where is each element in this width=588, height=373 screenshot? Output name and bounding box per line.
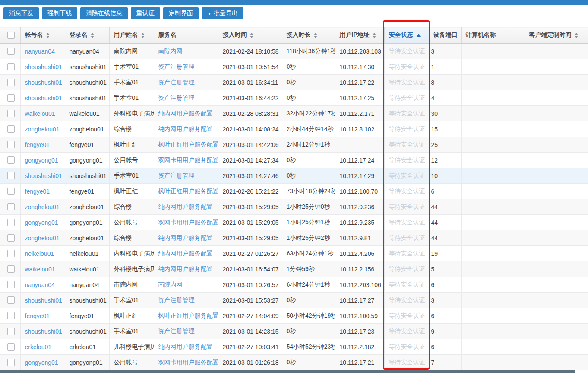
row-checkbox[interactable] [7, 265, 15, 273]
service-name-link[interactable]: 双网卡用用户服务配置 [154, 355, 218, 370]
account-name-link[interactable]: neikelou01 [20, 246, 65, 261]
service-name-link[interactable]: 纯内网用户服务配置 [154, 121, 218, 137]
row-checkbox[interactable] [7, 359, 15, 366]
table-row[interactable]: nanyuan04nanyuan04南院内网南院内网2021-03-01 10:… [0, 277, 588, 293]
service-name-link[interactable]: 枫叶正红用户服务配置 [154, 137, 218, 153]
select-all-header[interactable] [0, 27, 20, 44]
account-name-link[interactable]: nanyuan04 [20, 277, 65, 293]
service-name-link[interactable]: 南院内网 [154, 277, 218, 293]
account-name-link[interactable]: gongyong01 [20, 215, 65, 230]
toolbar-button-6[interactable]: ▼批量导出 [202, 7, 243, 19]
table-row[interactable]: nanyuan04nanyuan04南院内网南院内网2021-02-24 18:… [0, 44, 588, 59]
toolbar-button-2[interactable]: 强制下线 [42, 7, 77, 19]
toolbar-button-3[interactable]: 清除在线信息 [80, 7, 128, 19]
table-row[interactable]: shoushushi01shoushushi01手术室01资产注册管理2021-… [0, 324, 588, 339]
table-row[interactable]: fengye01fengye01枫叶正红枫叶正红用户服务配置2021-02-26… [0, 184, 588, 199]
account-name-link[interactable]: gongyong01 [20, 355, 65, 370]
service-name-link[interactable]: 纯内网用户服务配置 [154, 339, 218, 355]
row-checkbox[interactable] [7, 234, 15, 242]
service-name-link[interactable]: 枫叶正红用户服务配置 [154, 308, 218, 324]
account-name-link[interactable]: shoushushi01 [20, 90, 65, 106]
table-row[interactable]: zonghelou01zonghelou01综合楼纯内网用户服务配置2021-0… [0, 121, 588, 137]
row-checkbox[interactable] [7, 312, 15, 319]
table-row[interactable]: gongyong01gongyong01公用帐号双网卡用用户服务配置2021-0… [0, 355, 588, 370]
account-name-link[interactable]: shoushushi01 [20, 324, 65, 339]
table-row[interactable]: zonghelou01zonghelou01综合楼纯内网用户服务配置2021-0… [0, 230, 588, 246]
toolbar-button-1[interactable]: 消息下发 [3, 7, 39, 19]
table-row[interactable]: gongyong01gongyong01公用帐号双网卡用用户服务配置2021-0… [0, 215, 588, 230]
account-name-link[interactable]: zonghelou01 [20, 121, 65, 137]
service-name-link[interactable]: 资产注册管理 [154, 293, 218, 308]
table-row[interactable]: shoushushi01shoushushi01手术室01资产注册管理2021-… [0, 75, 588, 90]
table-row[interactable]: shoushushi01shoushushi01手术室01资产注册管理2021-… [0, 293, 588, 308]
account-name-link[interactable]: shoushushi01 [20, 168, 65, 184]
table-row[interactable]: waikelou01waikelou01外科楼电子病历纯内网用户服务配置2021… [0, 261, 588, 277]
service-name-link[interactable]: 资产注册管理 [154, 75, 218, 90]
row-checkbox[interactable] [7, 219, 15, 226]
account-name-link[interactable]: waikelou01 [20, 261, 65, 277]
row-checkbox[interactable] [7, 250, 15, 257]
service-name-link[interactable]: 纯内网用户服务配置 [154, 246, 218, 261]
service-name-link[interactable]: 纯内网用户服务配置 [154, 199, 218, 215]
table-row[interactable]: fengye01fengye01枫叶正红枫叶正红用户服务配置2021-03-01… [0, 137, 588, 153]
row-checkbox[interactable] [7, 172, 15, 179]
column-header-duration[interactable]: 接入时长 [282, 27, 335, 44]
account-name-link[interactable]: shoushushi01 [20, 75, 65, 90]
column-header-login[interactable]: 登录名 [65, 27, 109, 44]
row-checkbox[interactable] [7, 110, 15, 117]
service-name-link[interactable]: 南院内网 [154, 44, 218, 59]
column-header-account[interactable]: 帐号名 [20, 27, 65, 44]
account-name-link[interactable]: shoushushi01 [20, 293, 65, 308]
account-name-link[interactable]: fengye01 [20, 184, 65, 199]
row-checkbox[interactable] [7, 125, 15, 133]
table-row[interactable]: shoushushi01shoushushi01手术室01资产注册管理2021-… [0, 90, 588, 106]
account-name-link[interactable]: fengye01 [20, 308, 65, 324]
account-name-link[interactable]: fengye01 [20, 137, 65, 153]
row-checkbox[interactable] [7, 281, 15, 288]
account-name-link[interactable]: zonghelou01 [20, 230, 65, 246]
service-name-link[interactable]: 资产注册管理 [154, 324, 218, 339]
row-checkbox[interactable] [7, 296, 15, 304]
service-name-link[interactable]: 枫叶正红用户服务配置 [154, 184, 218, 199]
row-checkbox[interactable] [7, 48, 15, 55]
row-checkbox[interactable] [7, 343, 15, 351]
toolbar-button-5[interactable]: 定制界面 [163, 7, 199, 19]
service-name-link[interactable]: 资产注册管理 [154, 59, 218, 75]
horizontal-scrollbar-thumb[interactable] [0, 370, 575, 373]
service-name-link[interactable]: 纯内网用户服务配置 [154, 106, 218, 121]
service-name-link[interactable]: 双网卡用用户服务配置 [154, 153, 218, 168]
service-name-link[interactable]: 双网卡用用户服务配置 [154, 215, 218, 230]
service-name-link[interactable]: 资产注册管理 [154, 90, 218, 106]
table-row[interactable]: waikelou01waikelou01外科楼电子病历纯内网用户服务配置2021… [0, 106, 588, 121]
account-name-link[interactable]: gongyong01 [20, 153, 65, 168]
account-name-link[interactable]: nanyuan04 [20, 44, 65, 59]
table-row[interactable]: neikelou01neikelou01内科楼电子病历纯内网用户服务配置2021… [0, 246, 588, 261]
select-all-checkbox[interactable] [7, 32, 15, 39]
service-name-link[interactable]: 纯内网用户服务配置 [154, 230, 218, 246]
account-name-link[interactable]: zonghelou01 [20, 199, 65, 215]
column-header-ip[interactable]: 用户IP地址 [335, 27, 384, 44]
row-checkbox[interactable] [7, 328, 15, 335]
table-row[interactable]: zonghelou01zonghelou01综合楼纯内网用户服务配置2021-0… [0, 199, 588, 215]
row-checkbox[interactable] [7, 63, 15, 70]
table-row[interactable]: shoushushi01shoushushi01手术室01资产注册管理2021-… [0, 59, 588, 75]
service-name-link[interactable]: 纯内网用户服务配置 [154, 261, 218, 277]
row-checkbox[interactable] [7, 141, 15, 148]
table-row[interactable]: fengye01fengye01枫叶正红枫叶正红用户服务配置2021-02-27… [0, 308, 588, 324]
row-checkbox[interactable] [7, 156, 15, 164]
column-header-port[interactable]: 设备端口 [429, 27, 461, 44]
row-checkbox[interactable] [7, 188, 15, 195]
account-name-link[interactable]: waikelou01 [20, 106, 65, 121]
column-header-security[interactable]: 安全状态 [384, 27, 429, 44]
table-row[interactable]: gongyong01gongyong01公用帐号双网卡用用户服务配置2021-0… [0, 153, 588, 168]
account-name-link[interactable]: erkelou01 [20, 339, 65, 355]
table-row[interactable]: erkelou01erkelou01儿科楼电子病历纯内网用户服务配置2021-0… [0, 339, 588, 355]
row-checkbox[interactable] [7, 94, 15, 102]
column-header-access_time[interactable]: 接入时间 [218, 27, 282, 44]
column-header-username[interactable]: 用户姓名 [109, 27, 154, 44]
row-checkbox[interactable] [7, 203, 15, 210]
service-name-link[interactable]: 资产注册管理 [154, 168, 218, 184]
column-header-client_time[interactable]: 客户端定制时间 [525, 27, 588, 44]
table-row[interactable]: shoushushi01shoushushi01手术室01资产注册管理2021-… [0, 168, 588, 184]
account-name-link[interactable]: shoushushi01 [20, 59, 65, 75]
